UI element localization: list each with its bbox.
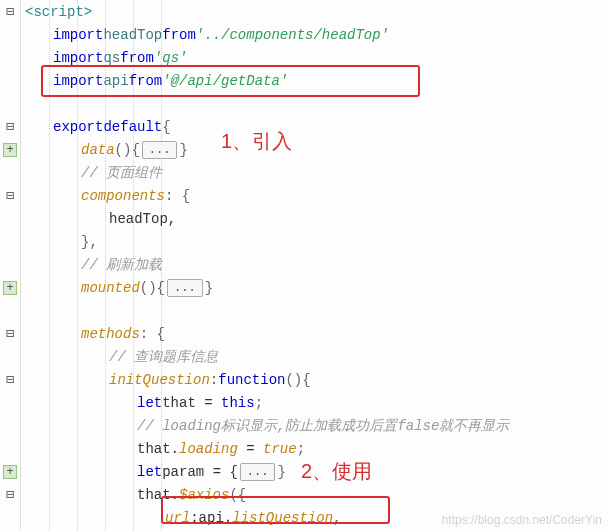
code-line: data() {...}: [25, 138, 608, 161]
code-line: components: {: [25, 184, 608, 207]
code-line: // 页面组件: [25, 161, 608, 184]
fold-toggle[interactable]: ⊟: [6, 325, 14, 342]
code-line: // loading标识显示,防止加载成功后置false就不再显示: [25, 414, 608, 437]
code-line: import headTop from '../components/headT…: [25, 23, 608, 46]
code-area: <script> import headTop from '../compone…: [21, 0, 608, 531]
fold-toggle[interactable]: ⊟: [6, 187, 14, 204]
fold-placeholder[interactable]: ...: [240, 463, 276, 481]
code-line: methods: {: [25, 322, 608, 345]
annotation-1: 1、引入: [221, 128, 292, 155]
code-line: import qs from 'qs': [25, 46, 608, 69]
fold-placeholder[interactable]: ...: [167, 279, 203, 297]
code-line: mounted(){...}: [25, 276, 608, 299]
code-line: that.$axios({: [25, 483, 608, 506]
code-line: that.loading = true;: [25, 437, 608, 460]
fold-toggle[interactable]: ⊟: [6, 118, 14, 135]
code-line: headTop,: [25, 207, 608, 230]
code-line: },: [25, 230, 608, 253]
fold-toggle[interactable]: +: [3, 143, 17, 157]
code-line: // 查询题库信息: [25, 345, 608, 368]
code-line: // 刷新加载: [25, 253, 608, 276]
fold-toggle[interactable]: ⊟: [6, 3, 14, 20]
code-line: let that = this;: [25, 391, 608, 414]
fold-toggle[interactable]: ⊟: [6, 486, 14, 503]
code-line: export default {: [25, 115, 608, 138]
fold-placeholder[interactable]: ...: [142, 141, 178, 159]
code-line: <script>: [25, 0, 608, 23]
fold-toggle[interactable]: +: [3, 465, 17, 479]
watermark: https://blog.csdn.net/CoderYin: [442, 513, 602, 527]
code-editor: ⊟ ⊟ + ⊟ + ⊟ ⊟ + ⊟ <script> import hea: [0, 0, 608, 531]
code-line: initQuestion:function(){: [25, 368, 608, 391]
code-line: import api from '@/api/getData': [25, 69, 608, 92]
fold-gutter: ⊟ ⊟ + ⊟ + ⊟ ⊟ + ⊟: [0, 0, 21, 531]
annotation-2: 2、使用: [301, 458, 372, 485]
fold-toggle[interactable]: ⊟: [6, 371, 14, 388]
script-open-tag: <script>: [25, 4, 92, 20]
fold-toggle[interactable]: +: [3, 281, 17, 295]
